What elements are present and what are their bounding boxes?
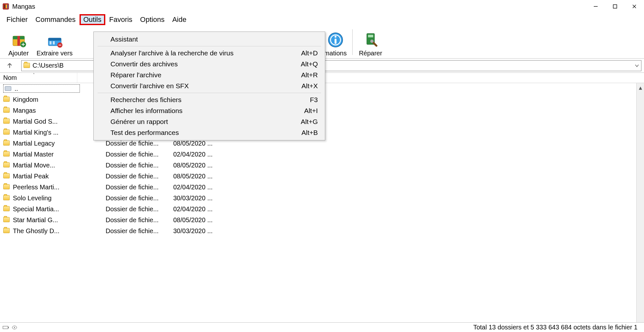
svg-rect-3 — [7, 5, 8, 8]
folder-icon — [3, 129, 10, 136]
menu-item-shortcut: Alt+B — [301, 129, 318, 137]
svg-rect-1 — [4, 5, 5, 8]
file-type: Dossier de fichie... — [106, 140, 173, 147]
column-name[interactable]: Nom ˄ — [0, 73, 77, 83]
menu-item-label: Analyser l'archive à la recherche de vir… — [110, 49, 233, 57]
menu-item-shortcut: Alt+G — [301, 118, 318, 126]
toolbar-separator — [352, 29, 353, 55]
menu-item[interactable]: Convertir des archivesAlt+Q — [95, 59, 324, 70]
menu-item[interactable]: Analyser l'archive à la recherche de vir… — [95, 48, 324, 59]
scrollbar[interactable]: ▴ — [636, 83, 644, 323]
menu-item-label: Convertir l'archive en SFX — [110, 82, 189, 90]
file-name: Martial King's ... — [13, 129, 77, 136]
list-item[interactable]: Martial Move...Dossier de fichie...08/05… — [0, 160, 644, 171]
svg-rect-17 — [59, 45, 61, 45]
menu-item-shortcut: F3 — [310, 96, 318, 104]
file-name: .. — [14, 85, 78, 92]
status-text: Total 13 dossiers et 5 333 643 684 octet… — [473, 324, 641, 331]
svg-point-25 — [370, 40, 374, 43]
disk-icon — [12, 325, 17, 330]
list-item[interactable]: Star Martial G...Dossier de fichie...08/… — [0, 214, 644, 225]
menu-item-label: Réparer l'archive — [110, 71, 161, 79]
menu-item[interactable]: Afficher les informationsAlt+I — [95, 105, 324, 116]
toolbar-informations[interactable]: mations — [321, 27, 350, 57]
menu-separator — [98, 93, 321, 93]
address-path: C:\Users\B — [33, 62, 64, 69]
menu-item[interactable]: Convertir l'archive en SFXAlt+X — [95, 81, 324, 91]
file-date: 08/05/2020 ... — [173, 140, 231, 147]
menu-aide[interactable]: Aide — [168, 14, 190, 25]
svg-rect-24 — [368, 35, 373, 37]
menu-item-label: Générer un rapport — [110, 118, 168, 126]
toolbar-ajouter[interactable]: Ajouter — [5, 27, 33, 57]
folder-icon — [3, 205, 10, 213]
file-name: Star Martial G... — [13, 216, 77, 224]
svg-rect-13 — [48, 38, 61, 41]
drive-icon — [5, 85, 12, 92]
minimize-button[interactable] — [586, 0, 605, 13]
status-bar: Total 13 dossiers et 5 333 643 684 octet… — [0, 322, 644, 332]
file-type: Dossier de fichie... — [106, 227, 173, 235]
toolbar-reparer[interactable]: Réparer — [355, 27, 386, 57]
list-item[interactable]: Special Martia...Dossier de fichie...02/… — [0, 204, 644, 214]
battery-icon — [3, 325, 10, 330]
menu-item[interactable]: Générer un rapportAlt+G — [95, 116, 324, 127]
menu-fichier[interactable]: Fichier — [3, 14, 32, 25]
folder-icon — [3, 107, 10, 114]
menu-favoris[interactable]: Favoris — [105, 14, 136, 25]
file-name: Martial God S... — [13, 118, 77, 125]
window-title: Mangas — [12, 3, 35, 10]
info-icon — [327, 32, 344, 48]
file-type: Dossier de fichie... — [106, 173, 173, 180]
menu-item-shortcut: Alt+I — [304, 107, 318, 115]
toolbar-reparer-label: Réparer — [359, 50, 382, 57]
file-date: 08/05/2020 ... — [173, 162, 231, 169]
svg-point-21 — [335, 36, 336, 38]
svg-rect-10 — [17, 36, 20, 46]
menu-item-shortcut: Alt+R — [301, 71, 318, 79]
list-item[interactable]: Peerless Marti...Dossier de fichie...02/… — [0, 182, 644, 193]
menu-item-shortcut: Alt+Q — [301, 60, 318, 68]
menu-item[interactable]: Réparer l'archiveAlt+R — [95, 70, 324, 81]
file-type: Dossier de fichie... — [106, 205, 173, 213]
svg-point-29 — [14, 327, 15, 328]
list-item[interactable]: The Ghostly D...Dossier de fichie...30/0… — [0, 225, 644, 236]
menu-outils[interactable]: Outils — [80, 14, 105, 25]
file-name: Martial Master — [13, 151, 77, 158]
list-item[interactable]: Solo LevelingDossier de fichie...30/03/2… — [0, 193, 644, 204]
up-button[interactable] — [3, 60, 17, 71]
menu-item-label: Afficher les informations — [110, 107, 183, 115]
menu-item[interactable]: Rechercher des fichiersF3 — [95, 94, 324, 105]
folder-icon — [3, 151, 10, 158]
maximize-button[interactable] — [605, 0, 625, 13]
file-name: Special Martia... — [13, 205, 77, 213]
file-date: 08/05/2020 ... — [173, 216, 231, 224]
menu-item-shortcut: Alt+D — [301, 49, 318, 57]
folder-icon — [3, 140, 10, 147]
close-button[interactable] — [625, 0, 644, 13]
svg-rect-2 — [6, 5, 7, 8]
folder-icon — [3, 173, 10, 180]
chevron-down-icon[interactable] — [635, 63, 639, 68]
archive-extract-icon — [46, 32, 63, 48]
list-item[interactable]: Martial MasterDossier de fichie...02/04/… — [0, 149, 644, 160]
file-name: Martial Move... — [13, 162, 77, 169]
menu-options[interactable]: Options — [136, 14, 168, 25]
file-date: 02/04/2020 ... — [173, 151, 231, 158]
menu-commandes[interactable]: Commandes — [32, 14, 80, 25]
file-date: 30/03/2020 ... — [173, 194, 231, 202]
list-item[interactable]: Martial PeakDossier de fichie...08/05/20… — [0, 171, 644, 182]
toolbar-informations-label: mations — [324, 50, 347, 57]
menu-item[interactable]: Test des performancesAlt+B — [95, 127, 324, 138]
toolbar-ajouter-label: Ajouter — [8, 50, 29, 57]
svg-rect-27 — [8, 327, 9, 328]
menu-item[interactable]: Assistant — [95, 34, 324, 45]
toolbar-extraire[interactable]: Extraire vers — [33, 27, 76, 57]
scroll-up-icon[interactable]: ▴ — [638, 84, 643, 91]
svg-rect-5 — [613, 5, 617, 8]
file-date: 02/04/2020 ... — [173, 184, 231, 191]
file-type: Dossier de fichie... — [106, 194, 173, 202]
menu-item-label: Test des performances — [110, 129, 179, 137]
file-date: 08/05/2020 ... — [173, 173, 231, 180]
folder-icon — [3, 184, 10, 191]
